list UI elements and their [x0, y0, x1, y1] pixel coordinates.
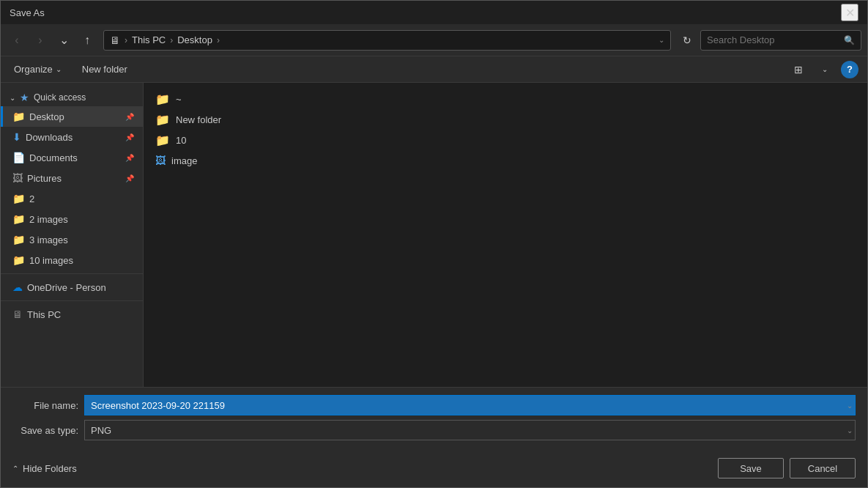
back-button[interactable]: ‹ [7, 30, 27, 51]
pin-icon-desktop: 📌 [125, 113, 134, 121]
file-item-10[interactable]: 📁 10 [149, 130, 861, 150]
pin-icon-downloads: 📌 [125, 133, 134, 141]
folder-icon-newfolder: 📁 [155, 113, 170, 127]
bottom-section: File name: ⌄ Save as type: PNG ⌄ [1, 387, 867, 452]
toolbar: ‹ › ⌄ ↑ 🖥 › This PC › Desktop › ⌄ ↻ 🔍 [1, 24, 867, 56]
help-button[interactable]: ? [841, 61, 858, 78]
filename-label: File name: [12, 400, 78, 411]
pictures-icon: 🖼 [12, 172, 23, 184]
sidebar-item-2images[interactable]: 📁 2 images [1, 209, 143, 229]
address-separator-3: › [217, 35, 220, 45]
file-item-label-newfolder: New folder [176, 114, 221, 125]
documents-icon: 📄 [12, 152, 25, 163]
savetype-label: Save as type: [12, 425, 78, 436]
sidebar-item-label-2: 2 [29, 193, 34, 204]
filename-input[interactable] [84, 395, 856, 415]
sidebar-item-desktop[interactable]: 📁 Desktop 📌 [1, 106, 143, 127]
pin-icon-documents: 📌 [125, 154, 134, 162]
folder-2-icon: 📁 [12, 193, 25, 204]
organize-button[interactable]: Organize ⌄ [10, 61, 66, 78]
organize-label: Organize [14, 64, 53, 75]
command-bar-right: ⊞ ⌄ ? [788, 59, 858, 80]
folder-3images-icon: 📁 [12, 234, 25, 245]
close-button[interactable]: ✕ [841, 4, 858, 21]
address-this-pc: This PC [132, 34, 166, 45]
title-bar: Save As ✕ [1, 1, 867, 24]
sidebar-item-label-desktop: Desktop [29, 111, 64, 122]
downloads-icon: ⬇ [12, 131, 21, 143]
search-input[interactable] [707, 34, 839, 45]
address-separator-1: › [125, 35, 127, 45]
sidebar-item-10images[interactable]: 📁 10 images [1, 250, 143, 270]
hide-folders-label: Hide Folders [23, 463, 77, 474]
quick-access-label: Quick access [34, 92, 86, 103]
address-desktop: Desktop [177, 34, 212, 45]
folder-10images-icon: 📁 [12, 254, 25, 266]
savetype-select[interactable]: PNG [84, 420, 856, 440]
dropdown-recent-button[interactable]: ⌄ [53, 30, 74, 51]
sidebar-item-documents[interactable]: 📄 Documents 📌 [1, 147, 143, 168]
desktop-icon: 📁 [12, 111, 25, 122]
main-content: ⌄ ★ Quick access 📁 Desktop 📌 ⬇ Downloads… [1, 83, 867, 387]
filename-row: File name: ⌄ [12, 395, 856, 415]
new-folder-button[interactable]: New folder [78, 61, 132, 78]
savetype-input-container: PNG ⌄ [84, 420, 856, 440]
sidebar-item-label-10images: 10 images [29, 255, 73, 266]
hide-folders-button[interactable]: ⌃ Hide Folders [12, 463, 77, 474]
view-button[interactable]: ⊞ [788, 59, 809, 80]
forward-button[interactable]: › [30, 30, 51, 51]
file-list[interactable]: 📁 ~ 📁 New folder 📁 10 🖼 image [144, 83, 867, 387]
folder-icon-tilde: 📁 [155, 92, 170, 106]
file-item-image[interactable]: 🖼 image [149, 150, 861, 171]
action-buttons: Save Cancel [718, 458, 856, 478]
sidebar-item-label-onedrive: OneDrive - Person [27, 282, 106, 293]
file-icon-image: 🖼 [155, 155, 166, 166]
address-pc-icon: 🖥 [110, 34, 120, 46]
sidebar-item-label-pictures: Pictures [27, 173, 62, 184]
file-item-newfolder[interactable]: 📁 New folder [149, 109, 861, 130]
sidebar-item-label-downloads: Downloads [26, 132, 73, 143]
file-item-label-tilde: ~ [176, 94, 182, 105]
new-folder-label: New folder [82, 64, 127, 75]
sidebar-separator-2 [1, 300, 143, 301]
organize-dropdown-icon: ⌄ [56, 65, 62, 73]
sidebar-separator-1 [1, 273, 143, 274]
file-item-tilde[interactable]: 📁 ~ [149, 89, 861, 109]
quick-access-header[interactable]: ⌄ ★ Quick access [1, 89, 143, 106]
quick-access-icon: ★ [20, 92, 29, 103]
sidebar-item-label-thispc: This PC [27, 309, 61, 320]
sidebar-item-pictures[interactable]: 🖼 Pictures 📌 [1, 168, 143, 188]
sidebar-item-thispc[interactable]: 🖥 This PC [1, 304, 143, 325]
folder-icon-10: 📁 [155, 133, 170, 147]
sidebar: ⌄ ★ Quick access 📁 Desktop 📌 ⬇ Downloads… [1, 83, 144, 387]
sidebar-item-label-3images: 3 images [29, 234, 68, 245]
address-bar[interactable]: 🖥 › This PC › Desktop › ⌄ [103, 30, 671, 51]
hide-folders-chevron: ⌃ [12, 465, 18, 473]
dialog-title: Save As [10, 7, 45, 18]
sidebar-item-2[interactable]: 📁 2 [1, 188, 143, 209]
address-separator-2: › [170, 35, 173, 45]
thispc-icon: 🖥 [12, 308, 23, 320]
savetype-row: Save as type: PNG ⌄ [12, 420, 856, 440]
save-as-dialog: Save As ✕ ‹ › ⌄ ↑ 🖥 › This PC › Desktop … [0, 0, 868, 488]
quick-access-chevron: ⌄ [10, 94, 15, 102]
up-button[interactable]: ↑ [77, 30, 97, 51]
file-item-label-image: image [171, 155, 197, 166]
pin-icon-pictures: 📌 [125, 174, 134, 182]
filename-input-container: ⌄ [84, 395, 856, 415]
sidebar-item-3images[interactable]: 📁 3 images [1, 229, 143, 250]
sidebar-item-label-documents: Documents [29, 152, 78, 163]
search-bar: 🔍 [700, 30, 861, 51]
sidebar-item-onedrive[interactable]: ☁ OneDrive - Person [1, 277, 143, 297]
command-bar: Organize ⌄ New folder ⊞ ⌄ ? [1, 56, 867, 83]
save-button[interactable]: Save [718, 458, 784, 478]
file-item-label-10: 10 [176, 135, 186, 146]
refresh-button[interactable]: ↻ [677, 30, 697, 51]
view-dropdown-button[interactable]: ⌄ [815, 59, 835, 80]
sidebar-item-label-2images: 2 images [29, 214, 68, 225]
sidebar-item-downloads[interactable]: ⬇ Downloads 📌 [1, 127, 143, 147]
view-icon: ⊞ [794, 64, 803, 75]
cancel-button[interactable]: Cancel [790, 458, 856, 478]
onedrive-icon: ☁ [12, 281, 23, 293]
address-dropdown-icon[interactable]: ⌄ [659, 36, 664, 44]
